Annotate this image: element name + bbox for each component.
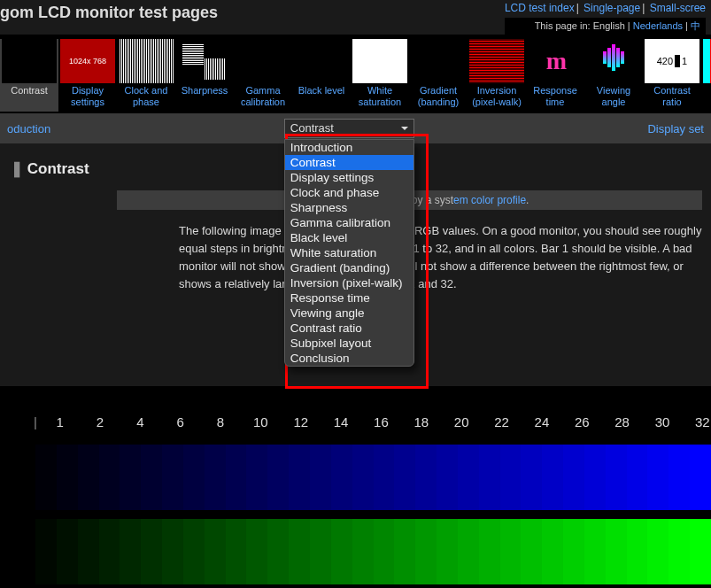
option-viewing-angle[interactable]: Viewing angle: [285, 306, 413, 321]
thumb-contrast[interactable]: Contrast: [0, 39, 58, 112]
prev-link[interactable]: oduction: [7, 122, 50, 135]
option-display-settings[interactable]: Display settings: [285, 170, 413, 185]
top-links: LCD test index| Single-page| Small-scree: [505, 2, 706, 14]
tick-|: |: [34, 414, 37, 429]
site-title: gom LCD monitor test pages: [0, 2, 218, 26]
tick-8: 8: [212, 414, 228, 429]
thumb-sharpness[interactable]: Sharpness: [175, 39, 234, 112]
option-introduction[interactable]: Introduction: [285, 140, 413, 155]
thumb-clock-and-phase[interactable]: Clock and phase: [117, 39, 175, 112]
next-link[interactable]: Display set: [647, 122, 704, 135]
tick-2: 2: [91, 414, 108, 429]
thumb-sub-lay[interactable]: Sub lay: [701, 39, 711, 112]
tick-32: 32: [694, 414, 711, 429]
lang-label: This page in:: [535, 20, 591, 31]
lang-link-zh[interactable]: 中: [691, 20, 700, 31]
thumb-display-settings[interactable]: 1024x 768Display settings: [58, 39, 117, 112]
page-select-dropdown[interactable]: IntroductionContrastDisplay settingsCloc…: [284, 139, 414, 367]
thumb-label: Inversion (pixel-walk): [469, 85, 524, 108]
tick-6: 6: [172, 414, 189, 429]
tick-28: 28: [614, 414, 630, 429]
thumb-label: Clock and phase: [119, 85, 174, 108]
link-single-page[interactable]: Single-page: [583, 2, 640, 14]
tick-30: 30: [653, 414, 670, 429]
contrast-test-area: |12468101214161820222426283032: [0, 386, 711, 588]
tick-24: 24: [533, 414, 550, 429]
blue-band: [35, 445, 711, 510]
thumb-label: Gamma calibration: [236, 85, 290, 108]
option-white-saturation[interactable]: White saturation: [285, 245, 413, 260]
notice-post: .: [526, 194, 529, 206]
link-lcd-test-index[interactable]: LCD test index: [505, 2, 575, 14]
notice-link[interactable]: em color profile: [453, 194, 526, 206]
thumbnail-strip: Contrast1024x 768Display settingsClock a…: [0, 35, 711, 113]
thumb-label: Gradient (banding): [411, 85, 466, 108]
thumb-gamma-calibration[interactable]: Gamma calibration: [234, 39, 292, 112]
tick-10: 10: [252, 414, 269, 429]
option-contrast-ratio[interactable]: Contrast ratio: [285, 321, 413, 336]
tick-4: 4: [132, 414, 149, 429]
thumb-label: Sub lay: [703, 85, 711, 108]
nav-bar: oduction Contrast IntroductionContrastDi…: [0, 113, 711, 143]
thumb-viewing-angle[interactable]: Viewing angle: [584, 39, 643, 112]
thumb-label: Viewing angle: [586, 85, 641, 108]
link-small-screen[interactable]: Small-scree: [650, 2, 706, 14]
lang-current: English: [593, 20, 625, 31]
tick-16: 16: [373, 414, 390, 429]
language-bar: This page in: English | Nederlands | 中: [505, 18, 706, 35]
option-conclusion[interactable]: Conclusion: [285, 351, 413, 366]
tick-1: 1: [51, 414, 68, 429]
option-response-time[interactable]: Response time: [285, 290, 413, 306]
option-gamma-calibration[interactable]: Gamma calibration: [285, 215, 413, 230]
thumb-black-level[interactable]: Black level: [292, 39, 351, 112]
green-band: [35, 519, 711, 584]
thumb-label: Contrast ratio: [645, 85, 699, 108]
thumb-gradient-banding-[interactable]: Gradient (banding): [409, 39, 468, 112]
tick-labels: |12468101214161820222426283032: [34, 414, 711, 429]
tick-26: 26: [574, 414, 591, 429]
option-inversion-pixel-walk-[interactable]: Inversion (pixel-walk): [285, 275, 413, 290]
thumb-contrast-ratio[interactable]: 420 1Contrast ratio: [643, 39, 701, 112]
tick-20: 20: [453, 414, 470, 429]
tick-14: 14: [332, 414, 349, 429]
option-black-level[interactable]: Black level: [285, 230, 413, 245]
tick-18: 18: [413, 414, 429, 429]
thumb-label: White saturation: [352, 85, 407, 108]
option-contrast[interactable]: Contrast: [285, 155, 413, 170]
thumb-label: Contrast: [2, 85, 57, 108]
thumb-label: Black level: [294, 85, 349, 108]
tick-22: 22: [493, 414, 510, 429]
intro-paragraph: The following image shows bars of increa…: [179, 222, 702, 294]
page-select[interactable]: Contrast: [284, 119, 414, 138]
lang-link-nl[interactable]: Nederlands: [633, 20, 683, 31]
option-subpixel-layout[interactable]: Subpixel layout: [285, 336, 413, 351]
option-gradient-banding-[interactable]: Gradient (banding): [285, 260, 413, 275]
tick-12: 12: [292, 414, 309, 429]
option-clock-and-phase[interactable]: Clock and phase: [285, 185, 413, 200]
thumb-white-saturation[interactable]: White saturation: [351, 39, 409, 112]
thumb-response-time[interactable]: mResponse time: [526, 39, 584, 112]
option-sharpness[interactable]: Sharpness: [285, 200, 413, 215]
thumb-label: Sharpness: [177, 85, 232, 108]
thumb-label: Response time: [528, 85, 583, 108]
thumb-label: Display settings: [60, 85, 115, 108]
thumb-inversion-pixel-walk-[interactable]: Inversion (pixel-walk): [468, 39, 526, 112]
